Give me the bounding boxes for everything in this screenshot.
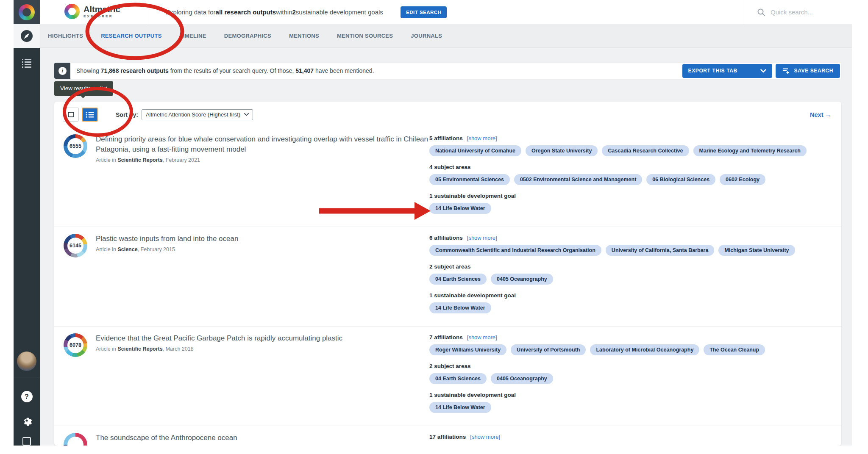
tag-pill[interactable]: 0405 Oceanography [491, 373, 553, 384]
tag-section-label: 2 subject areas [429, 263, 833, 270]
tab-highlights[interactable]: HIGHLIGHTS [48, 33, 83, 39]
grid-view-icon [68, 112, 74, 117]
tag-pill[interactable]: 05 Environmental Sciences [429, 174, 510, 185]
results-summary-bar: i Showing 71,868 research outputs from t… [54, 63, 841, 79]
avatar[interactable] [17, 352, 36, 371]
tag-section: 1 sustainable development goal14 Life Be… [429, 193, 833, 214]
tag-pill[interactable]: University of Portsmouth [511, 344, 586, 355]
altmetric-score-value: 6145 [67, 238, 83, 254]
result-row: 6555 Defining priority areas for blue wh… [54, 127, 841, 227]
tab-mention-sources[interactable]: MENTION SOURCES [337, 33, 393, 39]
tag-pill[interactable]: 0502 Environmental Science and Managemen… [514, 174, 642, 185]
tag-pill[interactable]: Oregon State University [526, 145, 598, 156]
tag-section-label: 2 subject areas [429, 363, 833, 369]
tag-pill[interactable]: Marine Ecology and Telemetry Research [693, 145, 807, 156]
show-more-link[interactable]: [show more] [470, 434, 500, 440]
tag-section-label: 5 affiliations[show more] [429, 135, 833, 141]
result-title[interactable]: Evidence that the Great Pacific Garbage … [96, 333, 342, 343]
result-tags-column: 7 affiliations[show more]Roger Williams … [429, 333, 833, 413]
compass-icon [20, 30, 33, 42]
export-this-tab-button[interactable]: EXPORT THIS TAB [682, 64, 772, 78]
tag-pill[interactable]: Michigan State University [718, 245, 795, 256]
tag-section: 17 affiliations[show more] [429, 434, 833, 440]
tag-pill[interactable]: 14 Life Below Water [429, 203, 491, 214]
tag-pill[interactable]: National University of Comahue [429, 145, 521, 156]
result-row: The soundscape of the Anthropocene ocean… [54, 426, 841, 446]
tag-pill[interactable]: 04 Earth Sciences [429, 373, 487, 384]
brand-name: Altmetric [83, 5, 120, 14]
tag-section-label: 1 sustainable development goal [429, 392, 833, 398]
help-icon[interactable]: ? [21, 391, 33, 402]
tag-pill[interactable]: Roger Williams University [429, 344, 506, 355]
tag-section: 1 sustainable development goal14 Life Be… [429, 392, 833, 413]
save-search-button[interactable]: SAVE SEARCH [776, 64, 840, 78]
sidebar-item-explorer[interactable] [14, 24, 40, 48]
tab-bar: HIGHLIGHTSRESEARCH OUTPUTSTIMELINEDEMOGR… [40, 24, 852, 48]
result-meta: Article in Scientific Reports, March 201… [96, 346, 342, 352]
altmetric-explorer-logo[interactable]: Altmetric EXPLORER [64, 4, 120, 19]
results-controls: Sort by: Altmetric Attention Score (High… [54, 102, 841, 127]
tag-pill[interactable]: 06 Biological Sciences [646, 174, 715, 185]
search-icon [757, 8, 765, 17]
tab-timeline[interactable]: TIMELINE [180, 33, 206, 39]
header-divider [149, 0, 149, 24]
sort-select[interactable]: Altmetric Attention Score (Highest first… [142, 109, 253, 120]
tag-pill[interactable]: The Ocean Cleanup [704, 344, 765, 355]
result-title[interactable]: The soundscape of the Anthropocene ocean [96, 433, 237, 443]
results-summary-text: Showing 71,868 research outputs from the… [76, 67, 374, 74]
tag-section: 2 subject areas04 Earth Sciences0405 Oce… [429, 263, 833, 285]
tag-pill[interactable]: 14 Life Below Water [429, 402, 491, 413]
tab-mentions[interactable]: MENTIONS [289, 33, 319, 39]
quick-search-input[interactable] [771, 8, 847, 16]
info-icon-block[interactable]: i [54, 63, 70, 79]
result-title[interactable]: Plastic waste inputs from land into the … [96, 234, 238, 244]
tag-pill[interactable]: 14 Life Below Water [429, 302, 491, 313]
tag-pill[interactable]: 04 Earth Sciences [429, 274, 487, 285]
info-icon: i [58, 67, 67, 75]
edit-search-button[interactable]: EDIT SEARCH [401, 6, 447, 18]
sidebar-divider [14, 377, 40, 377]
altmetric-donut-icon [64, 4, 80, 19]
results-card: Sort by: Altmetric Attention Score (High… [54, 102, 841, 446]
grid-view-button[interactable] [63, 108, 79, 122]
tab-journals[interactable]: JOURNALS [411, 33, 442, 39]
tab-research-outputs[interactable]: RESEARCH OUTPUTS [101, 33, 161, 39]
view-results-as-list-tooltip: View results as list [54, 81, 113, 96]
search-summary: Exploring data for all research outputs … [166, 0, 383, 24]
header-divider-right [744, 0, 744, 24]
result-title[interactable]: Defining priority areas for blue whale c… [96, 134, 429, 155]
show-more-link[interactable]: [show more] [467, 135, 497, 141]
altmetric-score-badge[interactable]: 6555 [64, 134, 87, 158]
tab-demographics[interactable]: DEMOGRAPHICS [224, 33, 271, 39]
result-tags-column: 6 affiliations[show more]Commonwealth Sc… [429, 234, 833, 313]
tag-pill[interactable]: 0405 Oceanography [491, 274, 553, 285]
next-page-link[interactable]: Next → [810, 111, 831, 118]
tag-section: 2 subject areas04 Earth Sciences0405 Oce… [429, 363, 833, 384]
brand-subtitle: EXPLORER [83, 14, 120, 18]
tag-pill[interactable]: Laboratory of Microbial Oceanography [590, 344, 699, 355]
tag-pill[interactable]: Commonwealth Scientific and Industrial R… [429, 245, 601, 256]
chevron-down-icon [760, 69, 766, 73]
tag-pill[interactable]: 0602 Ecology [720, 174, 765, 185]
external-link-icon[interactable] [22, 437, 31, 446]
list-view-button[interactable] [82, 108, 98, 122]
app-header: Altmetric EXPLORER Exploring data for al… [40, 0, 852, 24]
sidebar-item-saved-lists[interactable] [22, 59, 31, 68]
tag-section-label: 1 sustainable development goal [429, 193, 833, 199]
altmetric-score-badge[interactable]: 6078 [64, 333, 87, 357]
chevron-down-icon [244, 113, 249, 116]
show-more-link[interactable]: [show more] [467, 334, 497, 340]
result-meta: Article in Scientific Reports, February … [96, 157, 429, 163]
altmetric-score-badge[interactable] [64, 433, 87, 446]
sort-by-label: Sort by: [116, 111, 138, 118]
altmetric-logo-icon [19, 4, 35, 20]
tag-pill[interactable]: Cascadia Research Collective [602, 145, 689, 156]
result-meta: Article in Science, February 2015 [96, 246, 238, 252]
tag-section: 4 subject areas05 Environmental Sciences… [429, 164, 833, 185]
settings-gear-icon[interactable] [21, 415, 32, 426]
altmetric-score-badge[interactable]: 6145 [64, 234, 87, 257]
sidebar-logo-block[interactable] [14, 0, 40, 24]
show-more-link[interactable]: [show more] [467, 235, 497, 241]
tag-pill[interactable]: University of California, Santa Barbara [606, 245, 715, 256]
list-view-icon [86, 111, 94, 118]
